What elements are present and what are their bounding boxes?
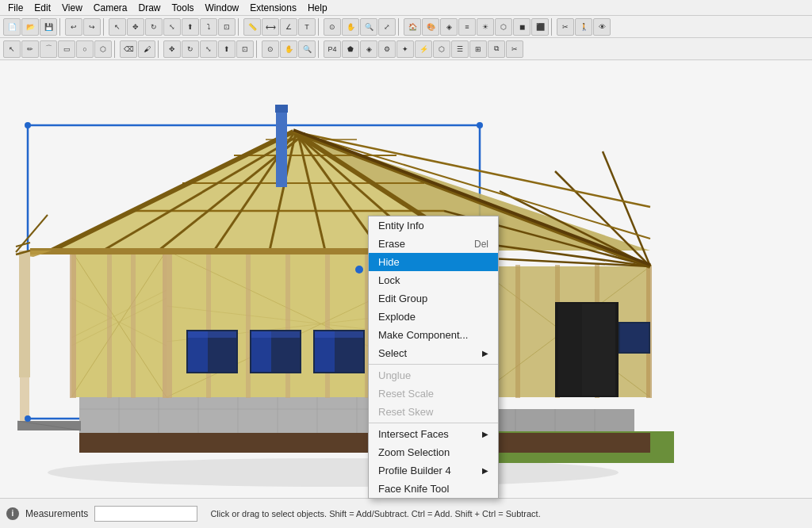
tb-sep5 — [398, 18, 401, 36]
svg-rect-29 — [131, 249, 136, 398]
menu-draw[interactable]: Draw — [134, 1, 166, 15]
tb2-profile[interactable]: P4 — [324, 40, 341, 58]
menu-window[interactable]: Window — [201, 1, 244, 15]
menu-help[interactable]: Help — [303, 1, 332, 15]
tb2-arc[interactable]: ⌒ — [40, 40, 57, 58]
ctx-item-make-component---[interactable]: Make Component... — [369, 326, 498, 344]
ctx-item-face-knife-tool[interactable]: Face Knife Tool — [369, 480, 498, 498]
tb-rotate[interactable]: ↻ — [145, 18, 163, 36]
menu-edit[interactable]: Edit — [29, 1, 56, 15]
tb2-arrow[interactable]: ↖ — [3, 40, 21, 58]
ctx-item-profile-builder-4[interactable]: Profile Builder 4▶ — [369, 461, 498, 480]
tb2-extra6[interactable]: ⬡ — [433, 40, 450, 58]
tb-layers[interactable]: ≡ — [458, 18, 476, 36]
tb2-extra10[interactable]: ✂ — [506, 40, 523, 58]
tb-select[interactable]: ↖ — [109, 18, 126, 36]
ctx-item-lock[interactable]: Lock — [369, 271, 498, 289]
tb-followme[interactable]: ⤵ — [200, 18, 217, 36]
tb2-circle[interactable]: ○ — [76, 40, 94, 58]
ctx-item-unglue: Unglue — [369, 366, 498, 385]
tb-materials[interactable]: 🎨 — [422, 18, 439, 36]
tb-sep4 — [318, 18, 321, 36]
ctx-item-intersect-faces[interactable]: Intersect Faces▶ — [369, 425, 498, 443]
menu-file[interactable]: File — [3, 1, 28, 15]
tb-walk[interactable]: 🚶 — [575, 18, 592, 36]
tb2-rotate2[interactable]: ↻ — [182, 40, 199, 58]
tb-tape[interactable]: 📏 — [243, 18, 261, 36]
toolbar-main: 📄 📂 💾 ↩ ↪ ↖ ✥ ↻ ⤡ ⬆ ⤵ ⊡ 📏 ⟷ ∠ T ⊙ ✋ 🔍 ⤢ … — [0, 16, 812, 38]
ctx-item-edit-group[interactable]: Edit Group — [369, 289, 498, 308]
tb-components[interactable]: 🏠 — [404, 18, 421, 36]
tb-zoomext[interactable]: ⤢ — [378, 18, 396, 36]
tb2-paint[interactable]: 🖌 — [138, 40, 155, 58]
toolbar-secondary: ↖ ✏ ⌒ ▭ ○ ⬡ ⌫ 🖌 ✥ ↻ ⤡ ⬆ ⊡ ⊙ ✋ 🔍 P4 ⬟ ◈ ⚙… — [0, 38, 812, 60]
tb-dim[interactable]: ⟷ — [262, 18, 279, 36]
tb2-extra8[interactable]: ⊞ — [469, 40, 487, 58]
tb2-sep4 — [318, 40, 321, 58]
tb2-zoom2[interactable]: 🔍 — [298, 40, 316, 58]
ctx-label: Lock — [378, 274, 400, 286]
menu-view[interactable]: View — [57, 1, 87, 15]
tb2-extra2[interactable]: ◈ — [360, 40, 377, 58]
tb-undo[interactable]: ↩ — [65, 18, 82, 36]
tb2-extra1[interactable]: ⬟ — [342, 40, 359, 58]
svg-point-110 — [25, 415, 31, 422]
menu-camera[interactable]: Camera — [89, 1, 132, 15]
ctx-item-entity-info[interactable]: Entity Info — [369, 216, 498, 235]
info-icon: i — [6, 507, 19, 520]
ctx-shortcut: Del — [474, 239, 488, 250]
tb2-rect[interactable]: ▭ — [58, 40, 75, 58]
ctx-item-zoom-selection[interactable]: Zoom Selection — [369, 443, 498, 461]
tb-move[interactable]: ✥ — [127, 18, 144, 36]
tb2-move2[interactable]: ✥ — [163, 40, 181, 58]
tb-orbit[interactable]: ⊙ — [324, 18, 341, 36]
tb-pushpull[interactable]: ⬆ — [182, 18, 199, 36]
tb2-erase[interactable]: ⌫ — [120, 40, 137, 58]
tb2-extra7[interactable]: ☰ — [451, 40, 469, 58]
tb2-polygon[interactable]: ⬡ — [94, 40, 112, 58]
svg-rect-38 — [285, 249, 290, 398]
tb-redo[interactable]: ↪ — [83, 18, 101, 36]
tb2-extra9[interactable]: ⧉ — [488, 40, 505, 58]
tb-zoom[interactable]: 🔍 — [360, 18, 377, 36]
svg-rect-36 — [206, 249, 211, 398]
tb2-extra4[interactable]: ✦ — [396, 40, 414, 58]
ctx-item-hide[interactable]: Hide — [369, 253, 498, 271]
tb2-sep1 — [114, 40, 117, 58]
menu-tools[interactable]: Tools — [167, 1, 199, 15]
tb-xray[interactable]: ⬡ — [495, 18, 512, 36]
tb-section[interactable]: ✂ — [557, 18, 574, 36]
tb-styles[interactable]: ◈ — [440, 18, 458, 36]
tb2-pushpull2[interactable]: ⬆ — [218, 40, 236, 58]
ctx-label: Intersect Faces — [378, 428, 449, 440]
tb2-pencil[interactable]: ✏ — [21, 40, 39, 58]
tb-shadows[interactable]: ☀ — [477, 18, 494, 36]
tb-save[interactable]: 💾 — [40, 18, 57, 36]
svg-rect-39 — [325, 249, 330, 398]
tb-pan[interactable]: ✋ — [342, 18, 359, 36]
tb2-scale2[interactable]: ⤡ — [200, 40, 217, 58]
measurements-input[interactable] — [94, 506, 197, 522]
tb2-offset2[interactable]: ⊡ — [236, 40, 254, 58]
svg-rect-55 — [315, 331, 363, 338]
tb2-extra3[interactable]: ⚙ — [378, 40, 396, 58]
tb-textured[interactable]: ⬛ — [531, 18, 549, 36]
tb-new[interactable]: 📄 — [3, 18, 21, 36]
tb-protractor[interactable]: ∠ — [280, 18, 297, 36]
tb-text[interactable]: T — [298, 18, 316, 36]
tb-open[interactable]: 📂 — [21, 18, 39, 36]
tb-look[interactable]: 👁 — [593, 18, 611, 36]
tb-shaded[interactable]: ◼ — [513, 18, 530, 36]
menu-extensions[interactable]: Extensions — [245, 1, 301, 15]
tb2-pan2[interactable]: ✋ — [280, 40, 297, 58]
tb2-orbit2[interactable]: ⊙ — [262, 40, 279, 58]
ctx-label: Entity Info — [378, 220, 424, 231]
ctx-item-explode[interactable]: Explode — [369, 308, 498, 326]
tb-offset[interactable]: ⊡ — [218, 18, 236, 36]
statusbar: i Measurements Click or drag to select o… — [0, 498, 812, 528]
ctx-item-select[interactable]: Select▶ — [369, 344, 498, 362]
tb2-extra5[interactable]: ⚡ — [415, 40, 432, 58]
ctx-item-erase[interactable]: EraseDel — [369, 235, 498, 253]
tb-scale[interactable]: ⤡ — [163, 18, 181, 36]
ctx-submenu-arrow: ▶ — [482, 349, 488, 358]
